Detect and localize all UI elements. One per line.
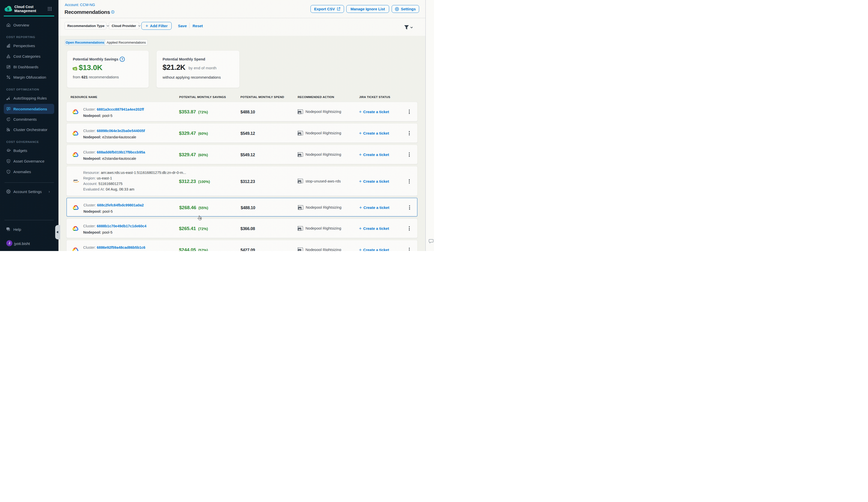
svg-text:?: ? [121, 58, 123, 61]
svg-text:?: ? [7, 228, 8, 230]
svg-text:$: $ [8, 160, 9, 162]
svg-text:$: $ [7, 7, 9, 11]
svg-text:aws: aws [73, 179, 78, 181]
svg-text:$: $ [8, 149, 9, 151]
